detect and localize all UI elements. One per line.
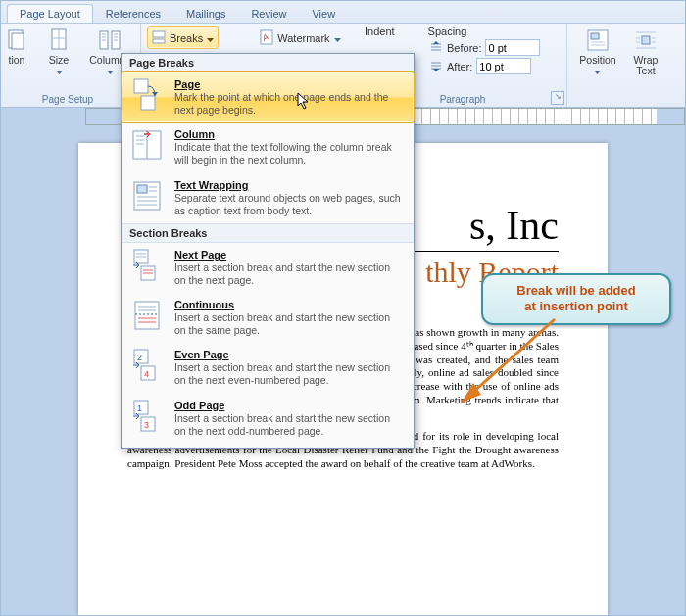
wrap-text-button[interactable]: Wrap Text (624, 25, 667, 78)
before-input[interactable] (485, 39, 540, 56)
gallery-item-title: Odd Page (174, 400, 404, 411)
after-input[interactable] (476, 58, 531, 74)
tab-mailings[interactable]: Mailings (173, 4, 238, 23)
dropdown-arrow-icon (207, 32, 214, 44)
svg-rect-25 (642, 36, 650, 44)
tab-page-layout[interactable]: Page Layout (7, 4, 93, 23)
section-breaks-header: Section Breaks (122, 223, 414, 243)
gallery-item-title: Continuous (174, 299, 404, 310)
svg-rect-40 (137, 185, 147, 193)
gallery-item-desc: Mark the point at which one page ends an… (174, 91, 404, 117)
spacing-before-icon (429, 41, 443, 55)
group-label-page-setup: Page Setup (1, 94, 134, 107)
gallery-item-desc: Separate text around objects on web page… (174, 192, 404, 217)
svg-rect-1 (12, 33, 24, 49)
svg-rect-52 (135, 302, 159, 329)
column-break-icon (131, 128, 165, 164)
watermark-button[interactable]: A Watermark (256, 28, 344, 48)
group-arrange: Position Wrap Text (567, 24, 673, 107)
breaks-label: Breaks (170, 32, 203, 44)
gallery-item-next-page[interactable]: Next PageInsert a section break and star… (122, 243, 414, 293)
paragraph-dialog-launch[interactable]: ↘ (551, 91, 564, 105)
even-page-break-icon: 24 (131, 349, 165, 384)
annotation-callout: Break will be added at insertion point (481, 273, 671, 325)
wrap-text-icon (633, 27, 659, 53)
gallery-item-odd-page[interactable]: 13 Odd PageInsert a section break and st… (122, 394, 414, 444)
tab-view[interactable]: View (299, 4, 348, 23)
orientation-icon (4, 27, 29, 53)
svg-rect-22 (591, 33, 599, 39)
gallery-item-title: Even Page (174, 349, 404, 360)
dropdown-arrow-icon (334, 32, 341, 44)
position-button[interactable]: Position (573, 25, 622, 78)
gallery-item-page[interactable]: PageMark the point at which one page end… (121, 71, 415, 123)
columns-icon (97, 27, 122, 53)
wrap-text-label: Wrap Text (628, 55, 663, 76)
ribbon-tabs: Page Layout References Mailings Review V… (1, 1, 685, 24)
after-label: After: (447, 61, 472, 72)
gallery-item-title: Text Wrapping (174, 179, 404, 191)
gallery-item-column[interactable]: ColumnIndicate that the text following t… (122, 122, 414, 172)
svg-rect-11 (153, 31, 165, 37)
gallery-item-even-page[interactable]: 24 Even PageInsert a section break and s… (122, 343, 414, 393)
orientation-button[interactable]: tion (1, 25, 32, 68)
spacing-after-icon (429, 60, 443, 73)
gallery-item-desc: Insert a section break and start the new… (174, 412, 404, 438)
dropdown-arrow-icon (594, 65, 601, 76)
dropdown-arrow-icon (107, 65, 114, 76)
indent-heading: Indent (365, 25, 395, 37)
page-breaks-header: Page Breaks (122, 54, 414, 72)
page-break-icon (131, 78, 165, 114)
before-label: Before: (447, 42, 481, 54)
size-icon (46, 27, 72, 53)
svg-text:1: 1 (137, 403, 142, 413)
size-button[interactable]: Size (34, 25, 83, 78)
svg-text:2: 2 (137, 353, 142, 362)
watermark-label: Watermark (277, 32, 329, 44)
orientation-label: tion (9, 55, 25, 66)
svg-rect-12 (153, 39, 165, 43)
gallery-item-title: Column (174, 128, 404, 140)
svg-rect-33 (141, 96, 155, 110)
svg-text:3: 3 (144, 420, 149, 430)
spacing-heading: Spacing (428, 25, 467, 37)
tab-references[interactable]: References (93, 4, 173, 23)
gallery-item-desc: Indicate that the text following the col… (174, 141, 404, 166)
gallery-item-desc: Insert a section break and start the new… (174, 361, 404, 387)
dropdown-arrow-icon (56, 65, 63, 76)
svg-text:4: 4 (144, 369, 149, 379)
gallery-item-title: Page (174, 78, 404, 90)
position-icon (585, 27, 611, 53)
text-wrapping-break-icon (131, 179, 165, 214)
continuous-break-icon (131, 299, 165, 334)
gallery-item-continuous[interactable]: ContinuousInsert a section break and sta… (122, 293, 414, 343)
tab-review[interactable]: Review (238, 4, 299, 23)
breaks-icon (152, 30, 166, 46)
next-page-break-icon (131, 249, 165, 284)
gallery-item-text-wrapping[interactable]: Text WrappingSeparate text around object… (122, 173, 414, 223)
svg-rect-32 (134, 79, 148, 93)
breaks-gallery: Page Breaks PageMark the point at which … (121, 53, 415, 449)
gallery-item-desc: Insert a section break and start the new… (174, 311, 404, 337)
breaks-button[interactable]: Breaks (147, 26, 219, 49)
odd-page-break-icon: 13 (131, 400, 165, 435)
gallery-item-desc: Insert a section break and start the new… (174, 261, 404, 287)
watermark-icon: A (260, 29, 273, 47)
gallery-item-title: Next Page (174, 249, 404, 261)
